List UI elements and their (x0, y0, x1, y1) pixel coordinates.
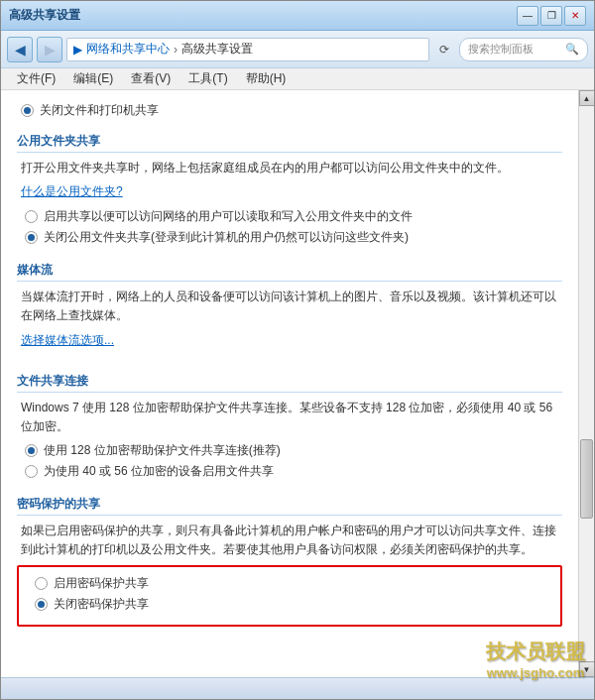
password-label-2: 关闭密码保护共享 (54, 596, 149, 613)
title-bar: 高级共享设置 — ❐ ✕ (1, 1, 594, 31)
file-sharing-option-2: 为使用 40 或 56 位加密的设备启用文件共享 (17, 463, 562, 480)
file-sharing-radio-1[interactable] (25, 444, 38, 457)
watermark: 技术员联盟 www.jsgho.com (486, 639, 585, 680)
scroll-up-button[interactable]: ▲ (579, 90, 595, 106)
menu-bar: 文件(F) 编辑(E) 查看(V) 工具(T) 帮助(H) (1, 68, 594, 90)
nav-path: ▶ 网络和共享中心 › 高级共享设置 (66, 38, 429, 61)
window-title: 高级共享设置 (9, 7, 80, 24)
file-sharing-option-1: 使用 128 位加密帮助保护文件共享连接(推荐) (17, 442, 562, 459)
minimize-button[interactable]: — (517, 6, 538, 26)
search-icon: 🔍 (565, 43, 579, 56)
media-stream-desc: 当媒体流打开时，网络上的人员和设备便可以访问该计算机上的图片、音乐以及视频。该计… (17, 288, 562, 325)
search-box[interactable]: 搜索控制面板 🔍 (459, 38, 588, 61)
refresh-button[interactable]: ⟳ (433, 39, 455, 60)
menu-help[interactable]: 帮助(H) (238, 68, 295, 89)
public-folder-option-2: 关闭公用文件夹共享(登录到此计算机的用户仍然可以访问这些文件夹) (17, 229, 562, 246)
password-title: 密码保护的共享 (17, 496, 562, 516)
bottom-bar (1, 677, 594, 699)
file-sharing-label-2: 为使用 40 或 56 位加密的设备启用文件共享 (44, 463, 274, 480)
media-stream-section: 媒体流 当媒体流打开时，网络上的人员和设备便可以访问该计算机上的图片、音乐以及视… (17, 262, 562, 356)
public-folder-radio-2[interactable] (25, 231, 38, 244)
public-folder-link[interactable]: 什么是公用文件夹? (17, 183, 123, 200)
menu-file[interactable]: 文件(F) (9, 68, 63, 89)
content-area: 关闭文件和打印机共享 公用文件夹共享 打开公用文件夹共享时，网络上包括家庭组成员… (1, 90, 578, 677)
forward-button[interactable]: ▶ (37, 37, 62, 62)
close-file-sharing-label: 关闭文件和打印机共享 (40, 102, 159, 119)
media-stream-link[interactable]: 选择媒体流选项... (17, 332, 114, 349)
password-desc: 如果已启用密码保护的共享，则只有具备此计算机的用户帐户和密码的用户才可以访问共享… (17, 522, 562, 559)
scrollbar-thumb[interactable] (580, 439, 593, 519)
scrollbar-track (579, 106, 594, 661)
back-button[interactable]: ◀ (7, 37, 33, 62)
title-bar-controls: — ❐ ✕ (517, 6, 586, 26)
public-folder-section: 公用文件夹共享 打开公用文件夹共享时，网络上包括家庭组成员在内的用户都可以访问公… (17, 133, 562, 246)
public-folder-option-1: 启用共享以便可以访问网络的用户可以读取和写入公用文件夹中的文件 (17, 208, 562, 225)
file-sharing-connection-section: 文件共享连接 Windows 7 使用 128 位加密帮助保护文件共享连接。某些… (17, 373, 562, 480)
password-option-1: 启用密码保护共享 (27, 575, 552, 592)
file-sharing-connection-title: 文件共享连接 (17, 373, 562, 393)
public-folder-label-1: 启用共享以便可以访问网络的用户可以读取和写入公用文件夹中的文件 (44, 208, 413, 225)
media-stream-title: 媒体流 (17, 262, 562, 282)
watermark-line1: 技术员联盟 (486, 639, 585, 665)
password-option-2: 关闭密码保护共享 (27, 596, 552, 613)
watermark-line2: www.jsgho.com (486, 665, 585, 680)
password-options-box: 启用密码保护共享 关闭密码保护共享 (17, 565, 562, 627)
menu-tools[interactable]: 工具(T) (180, 68, 235, 89)
file-sharing-radio-2[interactable] (25, 465, 38, 478)
nav-path-network[interactable]: 网络和共享中心 (86, 41, 170, 58)
public-folder-title: 公用文件夹共享 (17, 133, 562, 153)
nav-path-home: ▶ (73, 43, 82, 57)
main-window: 高级共享设置 — ❐ ✕ ◀ ▶ ▶ 网络和共享中心 › 高级共享设置 ⟳ 搜索… (0, 0, 595, 700)
restore-button[interactable]: ❐ (540, 6, 562, 26)
scrollbar: ▲ ▼ (578, 90, 594, 677)
public-folder-radio-1[interactable] (25, 210, 38, 223)
nav-path-sep: › (174, 43, 178, 57)
public-folder-desc: 打开公用文件夹共享时，网络上包括家庭组成员在内的用户都可以访问公用文件夹中的文件… (17, 159, 562, 177)
nav-bar: ◀ ▶ ▶ 网络和共享中心 › 高级共享设置 ⟳ 搜索控制面板 🔍 (1, 31, 594, 68)
file-sharing-connection-desc: Windows 7 使用 128 位加密帮助保护文件共享连接。某些设备不支持 1… (17, 399, 562, 436)
search-placeholder: 搜索控制面板 (468, 42, 534, 57)
password-radio-2[interactable] (35, 598, 48, 611)
main-content: 关闭文件和打印机共享 公用文件夹共享 打开公用文件夹共享时，网络上包括家庭组成员… (1, 90, 594, 677)
file-sharing-label-1: 使用 128 位加密帮助保护文件共享连接(推荐) (44, 442, 281, 459)
menu-edit[interactable]: 编辑(E) (65, 68, 121, 89)
public-folder-label-2: 关闭公用文件夹共享(登录到此计算机的用户仍然可以访问这些文件夹) (44, 229, 409, 246)
password-label-1: 启用密码保护共享 (54, 575, 149, 592)
close-file-sharing-row: 关闭文件和打印机共享 (17, 102, 562, 119)
close-file-sharing-radio[interactable] (21, 104, 34, 117)
close-button[interactable]: ✕ (564, 6, 586, 26)
password-radio-1[interactable] (35, 577, 48, 590)
menu-view[interactable]: 查看(V) (123, 68, 178, 89)
nav-path-current: 高级共享设置 (181, 41, 253, 58)
password-section: 密码保护的共享 如果已启用密码保护的共享，则只有具备此计算机的用户帐户和密码的用… (17, 496, 562, 627)
